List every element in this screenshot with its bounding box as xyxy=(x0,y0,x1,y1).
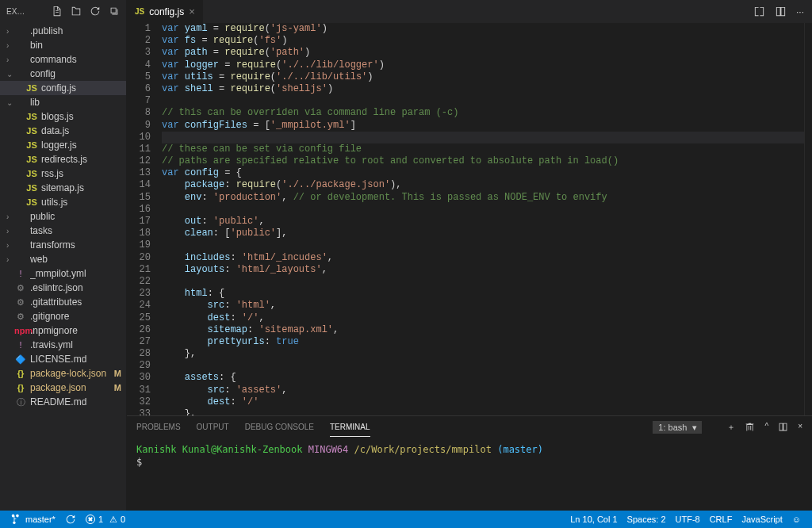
file-type-icon: JS xyxy=(25,126,38,136)
chevron-icon: › xyxy=(6,55,14,64)
close-panel-icon[interactable]: × xyxy=(798,422,802,433)
tree-label: .gitattributes xyxy=(30,297,126,308)
js-file-icon: JS xyxy=(135,7,144,16)
chevron-icon: › xyxy=(6,227,14,235)
tree-file[interactable]: JSlogger.js xyxy=(0,138,126,152)
file-type-icon: JS xyxy=(25,183,38,193)
tree-label: .gitignore xyxy=(30,311,126,322)
status-indent[interactable]: Spaces: 2 xyxy=(622,511,671,528)
git-branch-icon xyxy=(11,514,22,525)
new-file-icon[interactable] xyxy=(52,6,63,17)
tab-config-js[interactable]: JS config.js × xyxy=(127,0,204,23)
git-modified-badge: M xyxy=(114,383,121,392)
panel-tabs: PROBLEMS OUTPUT DEBUG CONSOLE TERMINAL 1… xyxy=(127,416,812,438)
file-type-icon: 🔷 xyxy=(14,354,27,365)
tree-folder[interactable]: ›bin xyxy=(0,38,126,52)
panel-tab-problems[interactable]: PROBLEMS xyxy=(136,418,181,436)
status-lncol[interactable]: Ln 10, Col 1 xyxy=(565,511,622,528)
terminal-sys: MINGW64 xyxy=(308,444,349,455)
tree-label: commands xyxy=(30,54,126,65)
warning-icon: ⚠ xyxy=(109,515,117,525)
tree-folder[interactable]: ⌄lib xyxy=(0,95,126,109)
status-problems[interactable]: 1 ⚠ 0 xyxy=(81,511,130,528)
tree-label: lib xyxy=(30,97,126,108)
close-icon[interactable]: × xyxy=(189,6,195,17)
tree-file[interactable]: ⚙.gitignore xyxy=(0,309,126,323)
compare-changes-icon[interactable] xyxy=(753,6,765,17)
panel-tab-output[interactable]: OUTPUT xyxy=(197,418,229,436)
tree-label: config xyxy=(30,68,126,79)
tree-folder[interactable]: ⌄config xyxy=(0,67,126,81)
tree-file[interactable]: !_mmpilot.yml xyxy=(0,266,126,281)
code-content[interactable]: var yaml = require('js-yaml')var fs = re… xyxy=(162,23,804,415)
status-feedback-icon[interactable]: ☺ xyxy=(787,511,806,528)
status-branch[interactable]: master* xyxy=(6,511,60,528)
maximize-panel-icon[interactable]: ^ xyxy=(764,422,768,433)
tree-label: config.js xyxy=(41,82,126,94)
more-actions-icon[interactable]: ··· xyxy=(796,6,804,17)
tree-file[interactable]: JSconfig.js xyxy=(0,81,126,95)
terminal-user: Kanishk Kunal@Kanishk-Zenbook xyxy=(136,444,303,455)
file-type-icon: npm xyxy=(14,326,27,335)
new-folder-icon[interactable] xyxy=(71,6,82,17)
file-type-icon: JS xyxy=(25,83,38,93)
tree-file[interactable]: JSblogs.js xyxy=(0,109,126,124)
git-modified-badge: M xyxy=(114,369,121,378)
tree-label: package.json xyxy=(30,382,114,393)
panel-tab-debug-console[interactable]: DEBUG CONSOLE xyxy=(245,418,314,436)
tree-label: blogs.js xyxy=(41,111,126,122)
tree-file[interactable]: 🔷LICENSE.md xyxy=(0,352,126,366)
tree-folder[interactable]: ›tasks xyxy=(0,224,126,238)
status-eol[interactable]: CRLF xyxy=(705,511,737,528)
collapse-all-icon[interactable] xyxy=(109,6,120,17)
tree-file[interactable]: npm.npmignore xyxy=(0,323,126,338)
minimap[interactable] xyxy=(804,23,812,415)
chevron-icon: ⌄ xyxy=(6,70,14,78)
tree-folder[interactable]: ›transforms xyxy=(0,238,126,252)
panel-split-icon[interactable] xyxy=(778,422,788,433)
tree-folder[interactable]: ›.publish xyxy=(0,24,126,38)
panel-tab-terminal[interactable]: TERMINAL xyxy=(330,418,370,437)
chevron-icon: › xyxy=(6,255,14,264)
tree-file[interactable]: ⚙.eslintrc.json xyxy=(0,281,126,295)
tree-file[interactable]: ⓘREADME.md xyxy=(0,395,126,409)
tree-label: redirects.js xyxy=(41,154,126,165)
tree-label: rss.js xyxy=(41,168,126,179)
tree-file[interactable]: JSsitemap.js xyxy=(0,181,126,195)
tree-file[interactable]: JSdata.js xyxy=(0,124,126,138)
tree-label: data.js xyxy=(41,125,126,136)
code-editor[interactable]: 1234567891011121314151617181920212223242… xyxy=(127,23,812,415)
bottom-panel: PROBLEMS OUTPUT DEBUG CONSOLE TERMINAL 1… xyxy=(127,415,812,511)
tree-label: _mmpilot.yml xyxy=(30,268,126,279)
tree-folder[interactable]: ›public xyxy=(0,209,126,224)
file-type-icon: JS xyxy=(25,112,38,121)
new-terminal-icon[interactable]: ＋ xyxy=(727,422,735,433)
tree-file[interactable]: ⚙.gitattributes xyxy=(0,295,126,309)
tree-file[interactable]: JSrss.js xyxy=(0,166,126,181)
file-type-icon: JS xyxy=(25,197,38,207)
split-editor-icon[interactable] xyxy=(775,6,787,17)
terminal-selector[interactable]: 1: bash xyxy=(653,421,702,434)
terminal-path: /c/Work/projects/mmpilot xyxy=(354,444,492,455)
statusbar: master* 1 ⚠ 0 Ln 10, Col 1 Spaces: 2 UTF… xyxy=(0,511,812,528)
explorer-sidebar: EX… ›.publish›bin›commands⌄configJSconfi… xyxy=(0,0,127,511)
refresh-icon[interactable] xyxy=(90,6,101,17)
kill-terminal-icon[interactable] xyxy=(745,422,755,433)
tree-file[interactable]: JSutils.js xyxy=(0,195,126,209)
file-type-icon: ⓘ xyxy=(14,396,27,408)
status-sync[interactable] xyxy=(60,511,81,528)
terminal[interactable]: Kanishk Kunal@Kanishk-Zenbook MINGW64 /c… xyxy=(127,438,812,511)
status-language[interactable]: JavaScript xyxy=(737,511,787,528)
tree-file[interactable]: {}package.jsonM xyxy=(0,381,126,395)
explorer-header: EX… xyxy=(0,0,126,22)
file-type-icon: JS xyxy=(25,155,38,164)
tree-file[interactable]: !.travis.yml xyxy=(0,338,126,352)
tree-file[interactable]: {}package-lock.jsonM xyxy=(0,366,126,381)
tree-folder[interactable]: ›web xyxy=(0,252,126,266)
tree-label: utils.js xyxy=(41,197,126,208)
tree-folder[interactable]: ›commands xyxy=(0,52,126,67)
tree-label: .npmignore xyxy=(30,325,126,336)
status-encoding[interactable]: UTF-8 xyxy=(671,511,705,528)
tree-file[interactable]: JSredirects.js xyxy=(0,152,126,166)
file-tree[interactable]: ›.publish›bin›commands⌄configJSconfig.js… xyxy=(0,22,126,511)
